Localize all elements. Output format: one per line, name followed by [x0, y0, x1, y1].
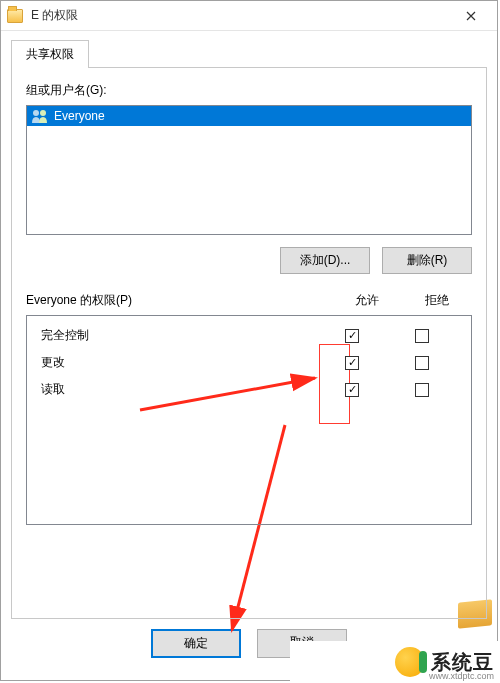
watermark: 系统豆 www.xtdptc.com — [290, 641, 500, 683]
perm-name: 读取 — [41, 381, 317, 398]
column-allow: 允许 — [332, 292, 402, 309]
group-item-label: Everyone — [54, 109, 105, 123]
checkbox-allow-change[interactable] — [345, 356, 359, 370]
perm-name: 更改 — [41, 354, 317, 371]
groups-listbox[interactable]: Everyone — [26, 105, 472, 235]
tab-share-permissions[interactable]: 共享权限 — [11, 40, 89, 68]
close-icon — [466, 11, 476, 21]
perm-row: 读取 — [31, 376, 467, 403]
people-icon — [31, 109, 49, 123]
perm-name: 完全控制 — [41, 327, 317, 344]
svg-point-1 — [40, 110, 46, 116]
watermark-url: www.xtdptc.com — [429, 671, 494, 681]
groups-label: 组或用户名(G): — [26, 82, 472, 99]
remove-button[interactable]: 删除(R) — [382, 247, 472, 274]
checkbox-allow-read[interactable] — [345, 383, 359, 397]
svg-point-0 — [33, 110, 39, 116]
ok-button[interactable]: 确定 — [151, 629, 241, 658]
checkbox-deny-change[interactable] — [415, 356, 429, 370]
perm-row: 更改 — [31, 349, 467, 376]
close-button[interactable] — [451, 2, 491, 30]
permissions-for-label: Everyone 的权限(P) — [26, 292, 332, 309]
perm-row: 完全控制 — [31, 322, 467, 349]
checkbox-deny-read[interactable] — [415, 383, 429, 397]
column-deny: 拒绝 — [402, 292, 472, 309]
checkbox-deny-full[interactable] — [415, 329, 429, 343]
permissions-list: 完全控制 更改 读取 — [26, 315, 472, 525]
add-button[interactable]: 添加(D)... — [280, 247, 370, 274]
checkbox-allow-full[interactable] — [345, 329, 359, 343]
watermark-logo-icon — [395, 647, 425, 677]
window-title: E 的权限 — [31, 7, 451, 24]
titlebar: E 的权限 — [1, 1, 497, 31]
tab-panel: 组或用户名(G): Everyone 添加(D)... — [11, 67, 487, 619]
folder-icon — [7, 9, 23, 23]
tab-strip: 共享权限 — [11, 39, 487, 67]
group-item-everyone[interactable]: Everyone — [27, 106, 471, 126]
